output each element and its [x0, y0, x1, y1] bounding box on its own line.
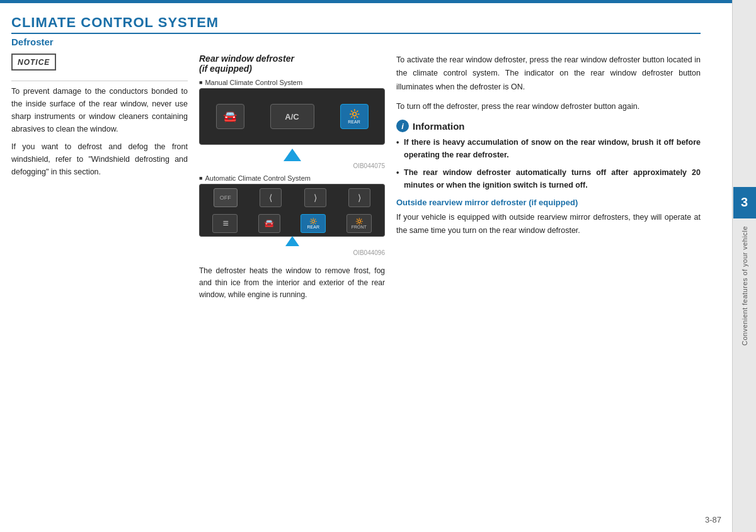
page-number: 3-87: [705, 515, 721, 524]
notice-text-2: If you want to defrost and defog the fro…: [11, 140, 188, 178]
section-subtitle: Defroster: [11, 37, 701, 47]
manual-control-panel: 🚘 A/C 🔆 REAR: [199, 88, 385, 145]
manual-btn-window[interactable]: 🚘: [216, 104, 244, 129]
right-column: To activate the rear window defroster, p…: [396, 54, 701, 521]
info-item-2: The rear window defroster automatically …: [396, 166, 701, 191]
chapter-number: 3: [733, 187, 756, 218]
panel-caption: The defroster heats the window to remove…: [199, 265, 385, 302]
notice-text-1: To prevent damage to the conductors bond…: [11, 85, 188, 135]
information-box: i Information If there is heavy accumula…: [396, 120, 701, 191]
auto-btn-front[interactable]: 🔆 FRONT: [346, 214, 372, 233]
auto-panel-label: Automatic Climate Control System: [199, 174, 385, 182]
auto-panel-bottom: ≡ 🚘 🔆 REAR 🔆 FRONT: [199, 210, 385, 237]
title-line2: (if equipped): [199, 64, 252, 74]
rear-defroster-title: Rear window defroster (if equipped): [199, 54, 385, 74]
main-content: CLIMATE CONTROL SYSTEM Defroster NOTICE …: [0, 3, 732, 532]
right-para-1: To activate the rear window defroster, p…: [396, 54, 701, 94]
middle-column: Rear window defroster (if equipped) Manu…: [199, 54, 385, 521]
content-columns: NOTICE To prevent damage to the conducto…: [11, 54, 701, 521]
notice-box: NOTICE: [11, 54, 56, 71]
notice-label: NOTICE: [18, 58, 50, 67]
manual-panel-label: Manual Climate Control System: [199, 79, 385, 86]
auto-btn-fan1[interactable]: ⟨: [260, 188, 282, 207]
mirror-para: If your vehicle is equipped with outside…: [396, 211, 701, 238]
chapter-label: Convenient features of your vehicle: [741, 226, 748, 346]
auto-panel-top: OFF ⟨ ⟩ ⟩: [199, 184, 385, 210]
auto-panel-id: OIB044096: [199, 249, 385, 256]
title-line1: Rear window defroster: [199, 54, 294, 64]
auto-btn-rear[interactable]: 🔆 REAR: [301, 214, 326, 233]
info-title: Information: [413, 121, 465, 132]
right-para-2: To turn off the defroster, press the rea…: [396, 100, 701, 113]
auto-btn-fan3[interactable]: ⟩: [348, 188, 370, 207]
manual-arrow-up: [284, 149, 301, 161]
info-list: If there is heavy accumulation of snow o…: [396, 136, 701, 191]
notice-divider: [11, 81, 188, 81]
left-column: NOTICE To prevent damage to the conducto…: [11, 54, 188, 521]
page-title: CLIMATE CONTROL SYSTEM: [11, 14, 701, 34]
info-header: i Information: [396, 120, 701, 132]
auto-btn-lines[interactable]: ≡: [212, 214, 238, 233]
manual-btn-rear[interactable]: 🔆 REAR: [340, 104, 369, 129]
mirror-title: Outside rearview mirror defroster (if eq…: [396, 198, 701, 207]
info-icon: i: [396, 120, 409, 132]
manual-panel-id: OIB044075: [199, 162, 385, 169]
info-item-1: If there is heavy accumulation of snow o…: [396, 136, 701, 161]
manual-btn-ac[interactable]: A/C: [270, 104, 314, 129]
auto-btn-off[interactable]: OFF: [214, 188, 238, 207]
chapter-side-tab: 3 Convenient features of your vehicle: [732, 0, 756, 532]
auto-arrow-up: [285, 236, 299, 246]
auto-btn-car[interactable]: 🚘: [258, 214, 280, 233]
auto-btn-fan2[interactable]: ⟩: [304, 188, 326, 207]
